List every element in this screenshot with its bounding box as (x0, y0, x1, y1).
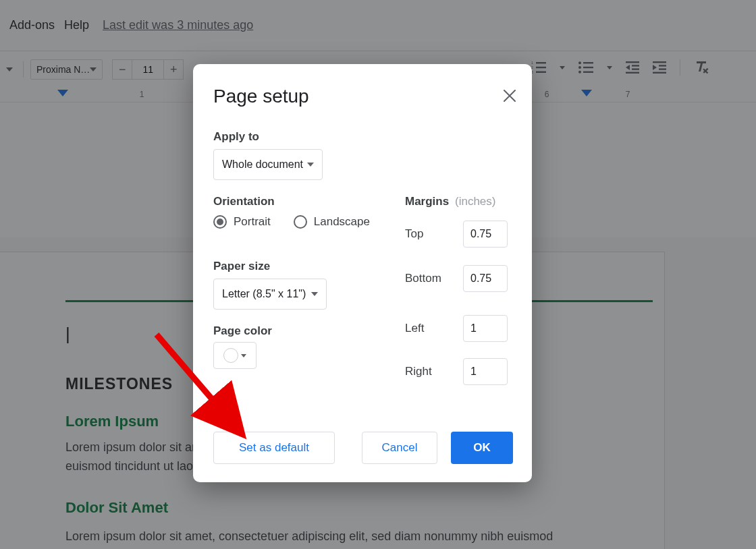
margin-bottom-label: Bottom (405, 272, 463, 285)
margin-top-row: Top (405, 221, 508, 248)
dialog-title: Page setup (213, 86, 309, 107)
margin-left-input[interactable] (463, 315, 508, 342)
apply-to-label: Apply to (213, 130, 259, 144)
orientation-portrait-radio[interactable]: Portrait (213, 215, 271, 229)
chevron-down-icon (311, 292, 318, 296)
app-root: Add-ons Help Last edit was 3 minutes ago… (0, 0, 756, 549)
ok-button[interactable]: OK (451, 432, 513, 464)
orientation-group: Portrait Landscape (213, 215, 370, 229)
close-icon (504, 90, 516, 102)
margin-right-label: Right (405, 365, 463, 378)
apply-to-select[interactable]: Whole document (213, 149, 323, 180)
margins-unit-label: (inches) (455, 195, 495, 208)
paper-size-label: Paper size (213, 260, 270, 273)
margin-left-row: Left (405, 315, 508, 342)
page-color-select[interactable] (213, 342, 256, 369)
margin-top-label: Top (405, 227, 463, 241)
radio-label: Portrait (234, 215, 271, 229)
margin-bottom-input[interactable] (463, 265, 508, 292)
close-button[interactable] (500, 86, 520, 106)
page-setup-dialog: Page setup Apply to Whole document Orien… (193, 64, 532, 482)
paper-size-value: Letter (8.5" x 11") (222, 288, 306, 300)
radio-label: Landscape (314, 215, 370, 229)
orientation-landscape-radio[interactable]: Landscape (294, 215, 370, 229)
cancel-button[interactable]: Cancel (362, 432, 437, 464)
chevron-down-icon (307, 163, 314, 167)
margin-right-row: Right (405, 358, 508, 385)
margin-right-input[interactable] (463, 358, 508, 385)
set-as-default-button[interactable]: Set as default (213, 432, 335, 464)
radio-icon (213, 215, 227, 229)
margins-label: Margins (405, 195, 449, 208)
orientation-label: Orientation (213, 195, 275, 208)
chevron-down-icon (241, 354, 246, 357)
margin-bottom-row: Bottom (405, 265, 508, 292)
color-swatch-icon (223, 348, 238, 363)
paper-size-select[interactable]: Letter (8.5" x 11") (213, 279, 327, 310)
margin-left-label: Left (405, 322, 463, 335)
margin-top-input[interactable] (463, 221, 508, 248)
apply-to-value: Whole document (222, 158, 303, 171)
radio-icon (294, 215, 307, 229)
page-color-label: Page color (213, 324, 272, 338)
